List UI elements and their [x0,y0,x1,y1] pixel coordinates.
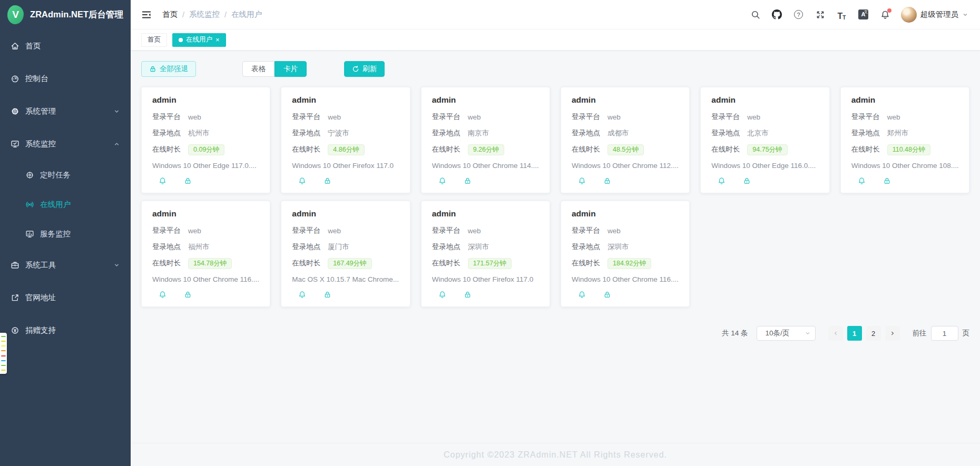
notify-user-button[interactable] [159,177,167,185]
chevron-down-icon [962,12,968,18]
view-toggle: 表格 卡片 [242,61,307,77]
notify-user-button[interactable] [718,177,726,185]
breadcrumb-separator: / [182,11,184,19]
duration-label: 在线时长 [572,259,600,268]
force-logout-user-button[interactable] [184,291,192,299]
notify-user-button[interactable] [438,177,447,185]
force-logout-user-button[interactable] [184,177,192,185]
force-logout-user-button[interactable] [464,291,472,299]
force-logout-all-button[interactable]: 全部强退 [141,61,196,77]
online-icon [25,200,34,209]
sidebar-item-label: 控制台 [25,74,48,84]
breadcrumb-system-monitor[interactable]: 系统监控 [189,9,220,19]
sidebar-item-donate[interactable]: 捐赠支持 [0,314,131,346]
refresh-label: 刷新 [362,64,377,74]
online-user-card: admin 登录平台 web 登录地点 杭州市 在线时长 0.09分钟 [141,87,270,193]
tab-home[interactable]: 首页 [141,33,167,47]
sidebar-item-service-monitor[interactable]: 服务监控 [0,219,131,249]
online-user-card: admin 登录平台 web 登录地点 福州市 在线时长 154.78分钟 [141,201,270,307]
card-username: admin [432,209,539,219]
online-users-grid: admin 登录平台 web 登录地点 杭州市 在线时长 0.09分钟 [141,87,969,307]
browser-extension-handle[interactable] [0,333,7,374]
lock-icon [743,177,751,185]
location-label: 登录地点 [292,128,320,138]
breadcrumb-home[interactable]: 首页 [162,9,178,19]
notify-user-button[interactable] [858,177,866,185]
tab-online-users[interactable]: 在线用户 × [172,33,226,47]
online-user-card: admin 登录平台 web 登录地点 南京市 在线时长 9.26分钟 [421,87,550,193]
notification-dot [887,8,891,13]
notify-user-button[interactable] [159,291,167,299]
duration-label: 在线时长 [432,145,460,154]
force-logout-user-button[interactable] [464,177,472,185]
search-button[interactable] [750,9,761,21]
duration-badge: 171.57分钟 [468,258,512,269]
page-2-button[interactable]: 2 [866,326,881,341]
bell-icon [159,291,166,299]
sidebar-item-online-users[interactable]: 在线用户 [0,190,131,219]
next-page-button[interactable] [885,326,900,341]
goto-suffix: 页 [963,329,970,338]
platform-label: 登录平台 [851,112,880,122]
tab-label: 首页 [148,35,161,44]
duration-badge: 184.92分钟 [607,258,651,269]
close-tab-icon[interactable]: × [215,36,220,43]
online-user-card: admin 登录平台 web 登录地点 深圳市 在线时长 171.57分钟 [421,201,550,307]
notify-user-button[interactable] [298,291,307,299]
force-logout-user-button[interactable] [324,291,332,299]
notify-user-button[interactable] [578,177,586,185]
app-logo[interactable]: V ZRAdmin.NET后台管理 [0,0,131,29]
prev-page-button[interactable] [828,326,843,341]
sidebar-item-label: 官网地址 [25,293,56,303]
card-username: admin [851,95,958,105]
force-logout-user-button[interactable] [603,291,612,299]
bell-icon [159,177,166,185]
force-logout-user-button[interactable] [603,177,612,185]
sidebar-item-scheduled-tasks[interactable]: 定时任务 [0,160,131,190]
card-username: admin [292,209,399,219]
sidebar-item-dashboard[interactable]: 控制台 [0,62,131,95]
sidebar-item-system-tools[interactable]: 系统工具 [0,249,131,281]
main-area: 首页 / 系统监控 / 在线用户 ? [131,0,980,466]
os-browser-value: Windows 10 Other Chrome 108.... [851,161,958,171]
platform-label: 登录平台 [572,226,600,235]
sidebar-item-official-site[interactable]: 官网地址 [0,281,131,314]
lock-icon [324,291,331,299]
card-view-button[interactable]: 卡片 [275,61,307,77]
top-header: 首页 / 系统监控 / 在线用户 ? [131,0,980,29]
chevron-down-icon [113,108,120,115]
notify-user-button[interactable] [438,291,447,299]
help-button[interactable]: ? [793,9,805,21]
user-dropdown[interactable]: 超级管理员 [901,7,969,23]
force-logout-user-button[interactable] [883,177,891,185]
lock-icon [603,177,611,185]
bell-icon [298,291,306,299]
goto-page-input[interactable] [931,326,958,341]
collapse-sidebar-button[interactable] [141,9,152,20]
sidebar-item-home[interactable]: 首页 [0,29,131,62]
notify-user-button[interactable] [298,177,307,185]
platform-value: web [188,113,201,121]
notification-button[interactable] [879,9,891,21]
force-logout-user-button[interactable] [743,177,751,185]
sidebar-item-system-mgmt[interactable]: 系统管理 [0,95,131,127]
font-size-button[interactable]: TT [836,9,848,21]
force-logout-user-button[interactable] [324,177,332,185]
refresh-button[interactable]: 刷新 [344,61,385,77]
github-button[interactable] [771,9,783,21]
table-view-button[interactable]: 表格 [242,61,275,77]
language-button[interactable]: A文 [858,9,869,21]
tab-label: 在线用户 [186,35,212,44]
bell-icon [298,177,306,185]
fullscreen-button[interactable] [815,9,826,21]
platform-label: 登录平台 [292,112,320,122]
page-1-button[interactable]: 1 [847,326,862,341]
platform-label: 登录平台 [292,226,320,235]
help-icon: ? [794,10,803,19]
page-size-select[interactable]: 10条/页 [757,326,816,341]
chevron-right-icon [889,330,896,336]
search-icon [751,10,760,19]
notify-user-button[interactable] [578,291,586,299]
sidebar-item-system-monitor[interactable]: 系统监控 [0,127,131,160]
toolbar: 全部强退 表格 卡片 刷新 [141,61,969,77]
